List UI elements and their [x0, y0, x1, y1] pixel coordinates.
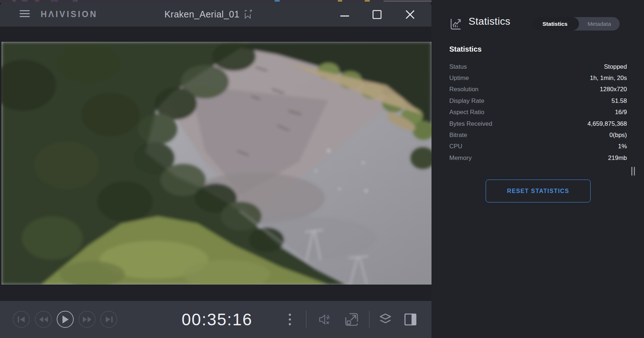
stat-label: Uptime [449, 75, 469, 82]
reset-statistics-button[interactable]: RESET STATISTICS [486, 180, 591, 202]
view-toggle: Statistics Metadata [531, 17, 620, 31]
statistics-panel: Statistics Statistics Metadata Statistic… [432, 0, 644, 338]
titlebar: HΛIVISION Kraken_Aerial_01 [0, 2, 432, 27]
video-frame[interactable] [1, 42, 432, 285]
sliver-mark [275, 0, 280, 1]
controlbar-divider [369, 311, 370, 328]
fast-forward-button[interactable] [78, 311, 96, 328]
stat-label: Status [449, 63, 467, 71]
stat-label: Memory [449, 154, 471, 162]
video-stage [0, 27, 432, 301]
resize-handle-icon[interactable] [631, 167, 635, 176]
haivision-logo: HΛIVISION [41, 2, 98, 27]
controlbar-divider [306, 311, 307, 328]
skip-to-start-button[interactable] [13, 311, 30, 328]
sliver-mark [12, 0, 16, 1]
skip-to-end-button[interactable] [100, 311, 117, 328]
stat-value: Stopped [604, 63, 627, 71]
expand-icon[interactable] [344, 301, 359, 338]
stat-label: CPU [449, 143, 462, 150]
sliver-mark [73, 0, 78, 1]
stat-value: 51.58 [611, 97, 627, 105]
play-button[interactable] [57, 311, 74, 328]
stat-label: Bitrate [449, 132, 467, 139]
app-screen: HΛIVISION Kraken_Aerial_01 [0, 0, 644, 338]
stats-chart-icon [448, 17, 463, 33]
volume-muted-icon[interactable] [317, 301, 333, 338]
minimize-button[interactable] [340, 9, 350, 20]
sliver-mark [338, 0, 342, 1]
stat-label: Resolution [449, 86, 478, 93]
rewind-button[interactable] [35, 311, 52, 328]
stats-row: Status Stopped [449, 61, 627, 72]
stats-row: Memory 219mb [449, 152, 627, 164]
stat-value: 4,659,875,368 [587, 120, 627, 128]
stats-row: Resolution 1280x720 [449, 84, 627, 95]
sliver-mark [51, 0, 58, 1]
stats-row: Aspect Ratio 16/9 [449, 107, 627, 118]
stats-row: Display Rate 51.58 [449, 95, 627, 106]
timecode-display: 00:35:16 [163, 301, 271, 338]
bookmark-add-icon[interactable] [244, 9, 253, 19]
tab-metadata[interactable]: Metadata [579, 17, 620, 31]
stats-list: Status Stopped Uptime 1h, 1min, 20s Reso… [449, 61, 627, 164]
stats-row: Bytes Received 4,659,875,368 [449, 118, 627, 129]
layers-icon[interactable] [378, 301, 393, 338]
stat-label: Aspect Ratio [449, 109, 484, 116]
panel-toggle-icon[interactable] [404, 301, 417, 338]
stats-section-title: Statistics [449, 45, 482, 53]
stats-row: Bitrate 0(bps) [449, 129, 627, 141]
stat-value: 0(bps) [609, 132, 627, 139]
stat-value: 1h, 1min, 20s [590, 75, 627, 82]
sliver-mark [365, 0, 370, 1]
stat-value: 16/9 [615, 109, 627, 116]
stat-label: Display Rate [449, 97, 484, 105]
stat-label: Bytes Received [449, 120, 492, 128]
close-button[interactable] [405, 9, 415, 20]
tab-statistics[interactable]: Statistics [531, 17, 579, 31]
stats-row: Uptime 1h, 1min, 20s [449, 72, 627, 84]
panel-title: Statistics [469, 0, 510, 43]
stream-title: Kraken_Aerial_01 [165, 9, 240, 20]
sliver-mark [35, 0, 39, 1]
stream-title-wrap: Kraken_Aerial_01 [145, 2, 272, 27]
sliver-mark [22, 0, 28, 1]
stats-row: CPU 1% [449, 141, 627, 152]
stat-value: 219mb [608, 154, 627, 162]
kebab-menu-icon[interactable] [287, 301, 293, 338]
stat-value: 1280x720 [600, 86, 627, 93]
stat-value: 1% [618, 143, 627, 150]
hamburger-menu-icon[interactable] [20, 10, 30, 18]
maximize-button[interactable] [372, 9, 382, 20]
playback-controlbar: 00:35:16 [0, 301, 432, 338]
